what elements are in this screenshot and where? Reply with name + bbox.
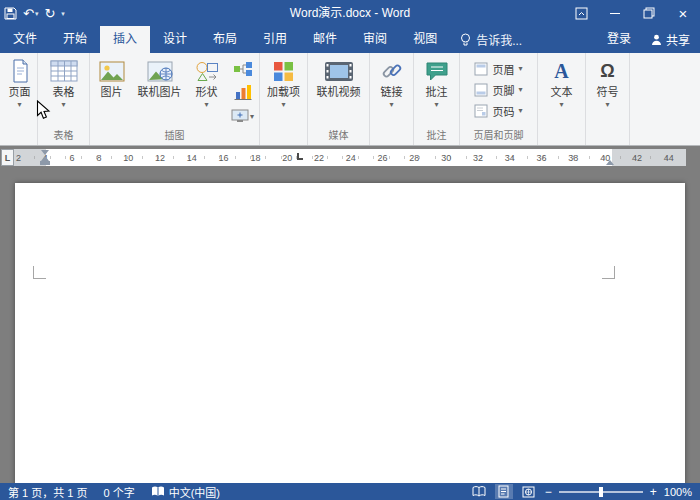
ribbon-display-options-button[interactable] <box>564 0 598 26</box>
tab-view[interactable]: 视图 <box>400 26 450 53</box>
table-button[interactable]: 表格 ▾ <box>50 53 78 109</box>
page-number-button[interactable]: 页码 ▾ <box>470 100 526 121</box>
undo-icon: ↶ <box>23 7 34 20</box>
close-icon: × <box>679 5 688 22</box>
shapes-label: 形状 <box>196 86 218 99</box>
page-info[interactable]: 第 1 页，共 1 页 <box>8 484 87 500</box>
link-icon <box>381 58 403 84</box>
customize-qat-button[interactable]: ▾ <box>61 10 65 17</box>
addins-button[interactable]: 加载项 ▾ <box>267 53 300 109</box>
tab-references[interactable]: 引用 <box>250 26 300 53</box>
ribbon-group-illustrations: 图片 联机图片 形状 ▾ <box>90 53 260 145</box>
tab-mailings[interactable]: 邮件 <box>300 26 350 53</box>
online-pictures-icon <box>147 58 173 84</box>
tab-layout[interactable]: 布局 <box>200 26 250 53</box>
smartart-icon <box>233 61 253 77</box>
zoom-slider[interactable] <box>559 491 643 493</box>
print-layout-icon <box>498 485 509 498</box>
header-icon <box>474 62 488 76</box>
text-dropdown-icon: ▾ <box>559 101 563 109</box>
print-layout-button[interactable] <box>495 484 513 499</box>
ribbon-display-options-icon <box>575 7 588 20</box>
ribbon-group-comments: 批注 ▾ 批注 <box>414 53 460 145</box>
undo-button[interactable]: ↶ ▾ <box>23 7 38 20</box>
zoom-level[interactable]: 100% <box>664 486 692 498</box>
smartart-button[interactable] <box>229 58 257 79</box>
horizontal-ruler[interactable]: 2468101214161820222426283032343638404244 <box>14 149 686 166</box>
pages-dropdown-icon: ▾ <box>17 101 21 109</box>
ruler-number: 42 <box>632 153 642 163</box>
zoom-slider-knob[interactable] <box>599 487 603 497</box>
ruler-number: 18 <box>250 153 260 163</box>
zoom-in-button[interactable]: + <box>650 486 657 498</box>
screenshot-button[interactable]: ▾ <box>229 106 257 127</box>
share-label: 共享 <box>666 31 690 48</box>
table-label: 表格 <box>53 86 75 99</box>
ribbon-group-media: 联机视频 媒体 <box>308 53 370 145</box>
close-button[interactable]: × <box>666 0 700 26</box>
tab-file[interactable]: 文件 <box>0 26 50 53</box>
text-label: 文本 <box>551 86 573 99</box>
page-number-icon <box>474 104 488 118</box>
document-workspace <box>0 170 700 483</box>
document-page[interactable] <box>15 183 685 483</box>
language-label: 中文(中国) <box>169 484 220 500</box>
ruler-number: 34 <box>505 153 515 163</box>
symbols-button[interactable]: Ω 符号 ▾ <box>597 53 619 109</box>
pages-button[interactable]: 页面 ▾ <box>9 53 31 109</box>
picture-icon <box>99 58 125 84</box>
footer-button[interactable]: 页脚 ▾ <box>470 79 526 100</box>
ruler-number: 12 <box>155 153 165 163</box>
illustrations-mini-stack: ▾ <box>227 53 259 127</box>
redo-button[interactable]: ↻ <box>44 7 55 20</box>
chart-button[interactable] <box>229 82 257 103</box>
margin-corner-mark-left <box>33 266 46 279</box>
left-indent-marker[interactable] <box>40 161 50 165</box>
text-button[interactable]: A 文本 ▾ <box>551 53 573 109</box>
ruler-number: 2 <box>16 153 21 163</box>
window-controls: × <box>564 0 700 26</box>
statusbar-right: − + 100% <box>470 484 692 499</box>
sign-in-button[interactable]: 登录 <box>597 26 641 53</box>
ribbon-group-text: A 文本 ▾ <box>538 53 586 145</box>
restore-icon <box>643 7 655 19</box>
shapes-dropdown-icon: ▾ <box>204 101 208 109</box>
online-pictures-button[interactable]: 联机图片 <box>133 53 187 99</box>
picture-button[interactable]: 图片 <box>91 53 133 99</box>
undo-dropdown-icon: ▾ <box>35 10 39 17</box>
right-indent-marker[interactable] <box>606 160 614 165</box>
tab-selector[interactable]: L <box>1 149 14 166</box>
minimize-icon <box>610 13 620 14</box>
save-button[interactable] <box>4 0 17 26</box>
page-number-label: 页码 <box>492 103 514 119</box>
zoom-out-button[interactable]: − <box>545 486 552 498</box>
tab-stop-marker[interactable] <box>297 153 303 160</box>
footer-label: 页脚 <box>492 82 514 98</box>
links-button[interactable]: 链接 ▾ <box>381 53 403 109</box>
tell-me-box[interactable]: 告诉我... <box>450 26 532 53</box>
comment-button[interactable]: 批注 ▾ <box>425 53 449 109</box>
restore-button[interactable] <box>632 0 666 26</box>
ruler-number: 16 <box>219 153 229 163</box>
share-button[interactable]: 共享 <box>641 26 700 53</box>
addins-label: 加载项 <box>267 86 300 99</box>
tab-design[interactable]: 设计 <box>150 26 200 53</box>
minimize-button[interactable] <box>598 0 632 26</box>
online-video-button[interactable]: 联机视频 <box>317 53 361 99</box>
online-pictures-label: 联机图片 <box>138 86 182 99</box>
tab-review[interactable]: 审阅 <box>350 26 400 53</box>
web-layout-button[interactable] <box>520 484 538 499</box>
tab-home[interactable]: 开始 <box>50 26 100 53</box>
ruler-number: 8 <box>96 153 101 163</box>
ruler-number: 30 <box>441 153 451 163</box>
first-line-indent-marker[interactable] <box>41 150 49 155</box>
shapes-button[interactable]: 形状 ▾ <box>187 53 227 109</box>
proofing-button[interactable]: 中文(中国) <box>151 484 220 500</box>
word-count[interactable]: 0 个字 <box>103 484 134 500</box>
header-button[interactable]: 页眉 ▾ <box>470 58 526 79</box>
tab-insert[interactable]: 插入 <box>100 26 150 53</box>
read-mode-button[interactable] <box>470 484 488 499</box>
online-video-label: 联机视频 <box>317 86 361 99</box>
ribbon-group-table: 表格 ▾ 表格 <box>38 53 90 145</box>
ruler-number: 6 <box>70 153 75 163</box>
